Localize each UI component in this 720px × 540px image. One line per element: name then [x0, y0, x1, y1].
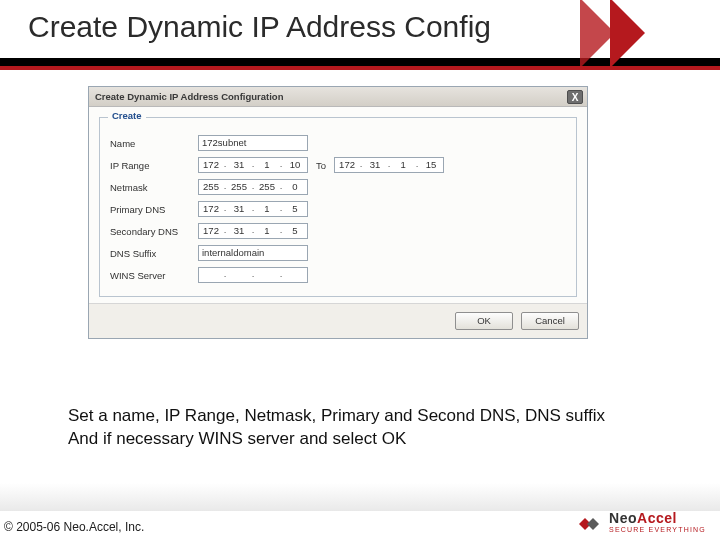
label-ip-range: IP Range [110, 160, 198, 171]
fieldset-legend: Create [108, 110, 146, 121]
ip-from-input[interactable]: 172. 31. 1. 10 [198, 157, 308, 173]
label-netmask: Netmask [110, 182, 198, 193]
copyright-text: © 2005-06 Neo.Accel, Inc. [4, 520, 144, 534]
cancel-button[interactable]: Cancel [521, 312, 579, 330]
ip-octet[interactable]: 1 [391, 158, 415, 172]
ip-octet[interactable]: 172 [199, 224, 223, 238]
ip-octet[interactable]: 172 [199, 202, 223, 216]
wins-input[interactable]: . . . [198, 267, 308, 283]
ip-octet[interactable]: 1 [255, 202, 279, 216]
netmask-input[interactable]: 255. 255. 255. 0 [198, 179, 308, 195]
ip-octet[interactable]: 31 [227, 224, 251, 238]
brand-logo: NeoAccel SECURE EVERYTHING [577, 512, 706, 536]
page-title: Create Dynamic IP Address Config [28, 10, 491, 44]
ip-octet[interactable] [227, 268, 251, 282]
ip-octet[interactable]: 31 [363, 158, 387, 172]
primary-dns-input[interactable]: 172. 31. 1. 5 [198, 201, 308, 217]
name-input[interactable]: 172subnet [198, 135, 308, 151]
label-name: Name [110, 138, 198, 149]
caption-line: And if necessary WINS server and select … [68, 427, 668, 450]
ip-octet[interactable]: 1 [255, 158, 279, 172]
chevron-decoration [580, 0, 710, 70]
slide-caption: Set a name, IP Range, Netmask, Primary a… [68, 404, 668, 450]
close-icon[interactable]: X [567, 90, 583, 104]
logo-icon [577, 513, 603, 535]
ip-octet[interactable] [283, 268, 307, 282]
slide-header: Create Dynamic IP Address Config [0, 0, 720, 66]
ip-octet[interactable] [199, 268, 223, 282]
ip-octet[interactable] [255, 268, 279, 282]
ip-octet[interactable]: 172 [199, 158, 223, 172]
ip-to-input[interactable]: 172. 31. 1. 15 [334, 157, 444, 173]
ip-octet[interactable]: 15 [419, 158, 443, 172]
ip-octet[interactable]: 1 [255, 224, 279, 238]
label-dns-suffix: DNS Suffix [110, 248, 198, 259]
ip-octet[interactable]: 172 [335, 158, 359, 172]
ip-octet[interactable]: 0 [283, 180, 307, 194]
ip-octet[interactable]: 255 [199, 180, 223, 194]
caption-line: Set a name, IP Range, Netmask, Primary a… [68, 404, 668, 427]
create-fieldset: Create Name 172subnet IP Range 172. 31. … [99, 117, 577, 297]
secondary-dns-input[interactable]: 172. 31. 1. 5 [198, 223, 308, 239]
dialog-titlebar[interactable]: Create Dynamic IP Address Configuration … [89, 87, 587, 107]
ip-octet[interactable]: 255 [227, 180, 251, 194]
slide-footer: © 2005-06 Neo.Accel, Inc. NeoAccel SECUR… [0, 510, 720, 540]
ip-octet[interactable]: 5 [283, 202, 307, 216]
dialog-window: Create Dynamic IP Address Configuration … [88, 86, 588, 339]
dialog-button-bar: OK Cancel [89, 303, 587, 338]
label-primary-dns: Primary DNS [110, 204, 198, 215]
ip-octet[interactable]: 10 [283, 158, 307, 172]
ip-octet[interactable]: 31 [227, 202, 251, 216]
ip-octet[interactable]: 255 [255, 180, 279, 194]
dialog-title: Create Dynamic IP Address Configuration [95, 91, 283, 102]
label-wins: WINS Server [110, 270, 198, 281]
label-secondary-dns: Secondary DNS [110, 226, 198, 237]
ip-octet[interactable]: 5 [283, 224, 307, 238]
logo-tagline: SECURE EVERYTHING [609, 524, 706, 536]
ip-octet[interactable]: 31 [227, 158, 251, 172]
label-to: To [316, 160, 326, 171]
ok-button[interactable]: OK [455, 312, 513, 330]
dns-suffix-input[interactable]: internaldomain [198, 245, 308, 261]
